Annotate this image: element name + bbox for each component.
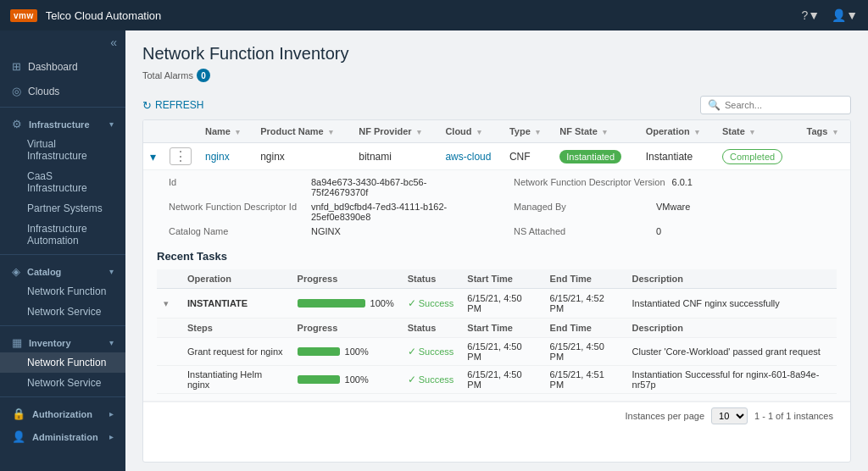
task-step2-end: 6/15/21, 4:51 PM: [543, 366, 626, 394]
nfprovider-sort-icon[interactable]: ▾: [417, 128, 421, 136]
task-steps-toggle-cell: [157, 319, 181, 338]
catalog-chevron: ▾: [109, 267, 114, 276]
state-sort-icon[interactable]: ▾: [750, 128, 754, 136]
sidebar-infrastructure-label: Infrastructure: [29, 119, 90, 130]
tasks-col-start-time: Start Time: [460, 269, 542, 289]
row-expand-icon[interactable]: ▾: [150, 150, 156, 163]
vmw-logo: vmw: [10, 9, 37, 22]
refresh-label: REFRESH: [155, 99, 203, 111]
tasks-col-description: Description: [626, 269, 837, 289]
sidebar-item-dashboard[interactable]: ⊞ Dashboard: [0, 54, 125, 79]
sidebar-item-caas-infrastructure[interactable]: CaaS Infrastructure: [0, 166, 125, 198]
row-tags: [800, 143, 850, 170]
task-step2-check-icon: ✓: [408, 374, 416, 385]
sidebar-section-authorization[interactable]: 🔒 Authorization ▸: [0, 401, 125, 424]
refresh-button[interactable]: ↻ REFRESH: [142, 99, 203, 112]
data-table: Name ▾ Product Name ▾ NF Provider ▾ Clou…: [143, 120, 850, 402]
detail-nfd-version-label: Network Function Descriptor Version: [514, 177, 665, 187]
task-step2-name: Instantiating Helm nginx: [181, 366, 291, 394]
detail-id-value: 8a94e673-3430-4b67-bc56-75f24679370f: [311, 177, 480, 197]
sidebar-item-virtual-infrastructure[interactable]: Virtual Infrastructure: [0, 134, 125, 166]
cloud-sort-icon[interactable]: ▾: [477, 128, 481, 136]
product-sort-icon[interactable]: ▾: [329, 128, 333, 136]
name-sort-icon[interactable]: ▾: [236, 128, 240, 136]
task-step2-start: 6/15/21, 4:50 PM: [460, 366, 542, 394]
table-header-row: Name ▾ Product Name ▾ NF Provider ▾ Clou…: [143, 120, 850, 143]
task-steps-col-start: Start Time: [460, 319, 542, 338]
search-input[interactable]: [725, 100, 843, 110]
task-step-row-2: Instantiating Helm nginx 100%: [157, 366, 837, 394]
sidebar-section-inventory[interactable]: ▦ Inventory ▾: [0, 330, 125, 352]
search-box: 🔍: [700, 96, 851, 114]
infrastructure-chevron: ▾: [109, 119, 114, 129]
row-actions-icon[interactable]: ⋮: [170, 147, 192, 165]
operation-sort-icon[interactable]: ▾: [695, 128, 699, 136]
task-start-time: 6/15/21, 4:50 PM: [460, 289, 542, 319]
task-step2-desc: Instantiation Successful for nginx-601-8…: [626, 366, 837, 394]
page-title: Network Function Inventory: [142, 44, 851, 64]
task-step1-progress-bg: [298, 347, 340, 356]
row-actions-cell[interactable]: ⋮: [163, 143, 198, 170]
tags-sort-icon[interactable]: ▾: [833, 128, 837, 136]
type-sort-icon[interactable]: ▾: [536, 128, 540, 136]
per-page-select[interactable]: 10 25 50: [711, 407, 748, 424]
sidebar-collapse-button[interactable]: «: [0, 30, 125, 54]
sidebar-section-administration[interactable]: 👤 Administration ▸: [0, 424, 125, 446]
task-steps-col-desc: Description: [626, 319, 837, 338]
sidebar-section-infrastructure[interactable]: ⚙ Infrastructure ▾: [0, 111, 125, 134]
top-nav: vmw Telco Cloud Automation ?▼ 👤▼: [0, 0, 868, 30]
user-icon[interactable]: 👤▼: [832, 8, 858, 22]
task-progress-bar-bg: [298, 299, 365, 308]
task-steps-col-steps: Steps: [181, 319, 291, 338]
col-tags: Tags ▾: [800, 120, 850, 143]
sidebar-item-catalog-network-service[interactable]: Network Service: [0, 302, 125, 322]
task-status-label: Success: [419, 298, 454, 308]
sidebar: « ⊞ Dashboard ◎ Clouds ⚙ Infrastructure …: [0, 30, 125, 471]
tasks-col-toggle: [157, 269, 181, 289]
task-status: ✓ Success: [401, 289, 461, 319]
task-expand-icon[interactable]: ▾: [164, 298, 169, 308]
content-header: Network Function Inventory Total Alarms …: [125, 30, 868, 91]
task-description: Instantiated CNF nginx successfully: [626, 289, 837, 319]
sidebar-item-partner-systems[interactable]: Partner Systems: [0, 198, 125, 219]
detail-ns-attached: NS Attached 0: [514, 226, 825, 236]
authorization-icon: 🔒: [12, 407, 25, 420]
instances-per-page-label: Instances per page: [625, 411, 704, 421]
recent-tasks-title: Recent Tasks: [157, 250, 837, 263]
task-step1-start: 6/15/21, 4:50 PM: [460, 338, 542, 366]
sidebar-section-catalog[interactable]: ◈ Catalog ▾: [0, 258, 125, 281]
sidebar-item-inventory-network-service[interactable]: Network Service: [0, 373, 125, 393]
task-step2-status: ✓ Success: [401, 366, 461, 394]
detail-catalog-name: Catalog Name NGINX: [169, 226, 480, 236]
nav-title: Telco Cloud Automation: [46, 9, 802, 22]
row-name: nginx: [198, 143, 253, 170]
sidebar-item-catalog-network-function[interactable]: Network Function: [0, 281, 125, 302]
clouds-icon: ◎: [12, 85, 21, 97]
sidebar-item-infrastructure-automation[interactable]: Infrastructure Automation: [0, 219, 125, 251]
col-cloud: Cloud ▾: [438, 120, 503, 143]
sidebar-item-inventory-network-function[interactable]: Network Function: [0, 352, 125, 373]
help-icon[interactable]: ?▼: [801, 8, 820, 22]
detail-nfd-id-label: Network Function Descriptor Id: [169, 202, 304, 212]
task-toggle-cell[interactable]: ▾: [157, 289, 181, 319]
row-type: CNF: [503, 143, 553, 170]
task-step1-name: Grant request for nginx: [181, 338, 291, 366]
col-name: Name ▾: [198, 120, 253, 143]
sidebar-item-clouds[interactable]: ◎ Clouds: [0, 79, 125, 103]
cloud-link[interactable]: aws-cloud: [445, 151, 491, 163]
row-expand-cell[interactable]: ▾: [143, 143, 163, 170]
detail-catalog-name-value[interactable]: NGINX: [311, 226, 341, 236]
task-status-check-icon: ✓: [408, 297, 416, 309]
task-step2-status-label: Success: [419, 374, 454, 385]
nfstate-sort-icon[interactable]: ▾: [603, 128, 607, 136]
task-step2-progress-container: 100%: [298, 374, 394, 385]
task-step1-status-label: Success: [419, 346, 454, 357]
toolbar: ↻ REFRESH 🔍: [125, 91, 868, 119]
sidebar-item-clouds-label: Clouds: [28, 86, 59, 97]
nginx-link[interactable]: nginx: [205, 151, 230, 163]
task-step2-toggle: [157, 366, 181, 394]
nav-icons: ?▼ 👤▼: [801, 8, 858, 22]
task-step1-pct: 100%: [345, 346, 369, 357]
nf-state-badge: Instantiated: [559, 150, 621, 163]
task-steps-col-status: Status: [401, 319, 461, 338]
